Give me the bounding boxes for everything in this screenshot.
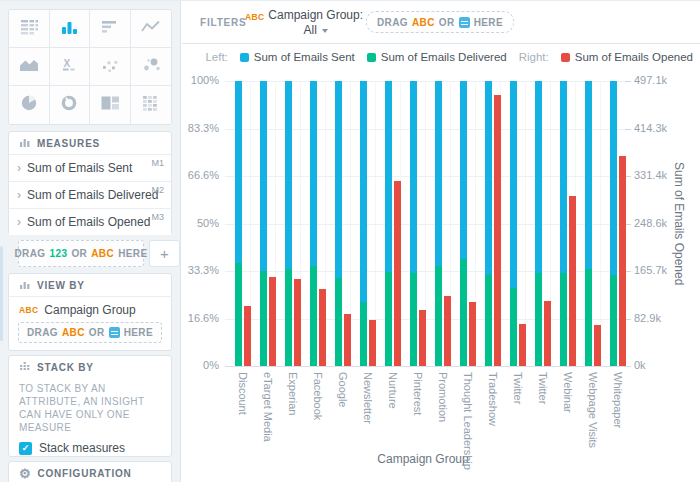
vis-type-line-chart[interactable] — [131, 10, 172, 48]
sidebar-scrollbar[interactable] — [0, 246, 3, 341]
bar-emails-opened[interactable] — [344, 314, 351, 366]
configuration-panel[interactable]: ⚙ CONFIGURATION — [8, 461, 172, 482]
vis-type-column-chart[interactable] — [50, 10, 91, 48]
gear-icon: ⚙ — [19, 467, 31, 480]
bar-emails-opened[interactable] — [419, 310, 426, 366]
vis-type-donut-chart[interactable] — [50, 86, 91, 124]
bar-emails-sent[interactable] — [460, 81, 467, 259]
or-label: OR — [89, 327, 105, 338]
bar-emails-opened[interactable] — [619, 156, 626, 366]
x-axis-title: Campaign Group — [323, 452, 523, 466]
bar-emails-delivered[interactable] — [235, 263, 242, 366]
measure-item-emails-sent[interactable]: › Sum of Emails Sent M1 — [9, 154, 171, 181]
sidebar: X MEASURES › Sum of Emails Sent M1 › Sum… — [0, 1, 181, 482]
bar-emails-opened[interactable] — [294, 279, 301, 366]
bubble-chart-icon — [139, 55, 163, 79]
x-axis-category-label: Tradeshow — [487, 372, 499, 426]
bar-emails-sent[interactable] — [510, 81, 517, 288]
bar-emails-sent[interactable] — [535, 81, 542, 273]
bar-emails-opened[interactable] — [469, 302, 476, 366]
bar-emails-opened[interactable] — [369, 320, 376, 366]
table-icon — [17, 17, 41, 41]
bar-emails-opened[interactable] — [319, 289, 326, 366]
bar-emails-delivered[interactable] — [285, 269, 292, 366]
bar-emails-delivered[interactable] — [335, 278, 342, 366]
bar-emails-sent[interactable] — [385, 81, 392, 272]
bar-emails-opened[interactable] — [494, 95, 501, 366]
bar-emails-delivered[interactable] — [435, 266, 442, 366]
bar-emails-opened[interactable] — [594, 325, 601, 366]
calendar-icon — [109, 327, 120, 338]
bar-emails-sent[interactable] — [485, 81, 492, 275]
bar-emails-delivered[interactable] — [535, 273, 542, 366]
stack-by-header: STACK BY — [9, 356, 171, 378]
right-axis-tick-label: 414.3k — [634, 122, 667, 134]
bar-emails-sent[interactable] — [335, 81, 342, 278]
vis-type-heatmap[interactable] — [131, 86, 172, 124]
x-axis-category-label: Pinterest — [412, 372, 424, 415]
bar-emails-sent[interactable] — [260, 81, 267, 271]
stack-measures-checkbox[interactable]: ✓ Stack measures — [9, 441, 171, 455]
bar-emails-delivered[interactable] — [485, 275, 492, 366]
bar-emails-delivered[interactable] — [360, 302, 367, 366]
bar-emails-opened[interactable] — [544, 301, 551, 366]
view-by-panel: VIEW BY ABC Campaign Group DRAG ABC OR H… — [8, 273, 172, 351]
vis-type-bubble-chart[interactable] — [131, 48, 172, 86]
drag-label: DRAG — [27, 327, 58, 338]
bar-emails-delivered[interactable] — [260, 271, 267, 366]
x-axis-category-label: Experian — [287, 372, 299, 415]
bar-emails-sent[interactable] — [410, 81, 417, 273]
bar-emails-opened[interactable] — [444, 296, 451, 366]
vis-type-table[interactable] — [9, 10, 50, 48]
bar-emails-sent[interactable] — [610, 81, 617, 275]
x-axis-category-label: Google — [337, 372, 349, 407]
vis-type-bar-chart[interactable] — [90, 10, 131, 48]
left-axis-tick-label: 33.3% — [182, 264, 219, 276]
bar-emails-delivered[interactable] — [310, 266, 317, 366]
bar-emails-sent[interactable] — [435, 81, 442, 266]
bar-chart-icon — [98, 17, 122, 41]
vis-type-headline[interactable]: X — [50, 48, 91, 86]
bar-emails-sent[interactable] — [235, 81, 242, 263]
vis-type-treemap[interactable] — [90, 86, 131, 124]
main-area: FILTERS ABC Campaign Group: All DRAG ABC… — [182, 1, 700, 482]
bar-emails-delivered[interactable] — [460, 259, 467, 366]
vis-type-area-chart[interactable] — [9, 48, 50, 86]
bar-emails-opened[interactable] — [244, 306, 251, 366]
bar-emails-sent[interactable] — [585, 81, 592, 269]
attribute-tag: ABC — [62, 327, 85, 338]
right-axis-tick-label: 497.1k — [634, 74, 667, 86]
view-by-item-campaign-group[interactable]: ABC Campaign Group — [9, 296, 171, 322]
vis-type-scatter-plot[interactable] — [90, 48, 131, 86]
pie-chart-icon — [17, 93, 41, 117]
bar-emails-delivered[interactable] — [510, 288, 517, 366]
measure-item-emails-opened[interactable]: › Sum of Emails Opened M3 — [9, 208, 171, 235]
add-measure-button[interactable]: + — [149, 240, 180, 267]
measure-item-emails-delivered[interactable]: › Sum of Emails Delivered M2 — [9, 181, 171, 208]
bar-emails-opened[interactable] — [269, 277, 276, 366]
measures-title: MEASURES — [37, 138, 100, 149]
bar-emails-sent[interactable] — [560, 81, 567, 273]
heatmap-icon — [139, 93, 163, 117]
bar-emails-delivered[interactable] — [560, 273, 567, 366]
view-by-drop-zone[interactable]: DRAG ABC OR HERE — [18, 322, 162, 343]
bar-emails-opened[interactable] — [394, 181, 401, 366]
numeric-tag: 123 — [50, 248, 68, 259]
measure-tag: M2 — [151, 185, 164, 195]
measures-panel: MEASURES › Sum of Emails Sent M1 › Sum o… — [8, 131, 172, 235]
vis-type-pie-chart[interactable] — [9, 86, 50, 124]
measures-drop-zone[interactable]: DRAG 123 OR ABC HERE — [18, 240, 144, 267]
plus-icon: + — [160, 245, 169, 262]
right-axis-tick-mark — [625, 129, 631, 130]
bar-emails-sent[interactable] — [310, 81, 317, 266]
bar-emails-sent[interactable] — [360, 81, 367, 302]
bar-emails-delivered[interactable] — [610, 275, 617, 366]
bar-emails-delivered[interactable] — [410, 273, 417, 366]
bar-emails-opened[interactable] — [519, 324, 526, 366]
bar-emails-delivered[interactable] — [385, 272, 392, 366]
visualization-picker: X — [8, 9, 172, 125]
attribute-tag: ABC — [91, 248, 114, 259]
bar-emails-opened[interactable] — [569, 196, 576, 366]
bar-emails-delivered[interactable] — [585, 269, 592, 366]
bar-emails-sent[interactable] — [285, 81, 292, 269]
